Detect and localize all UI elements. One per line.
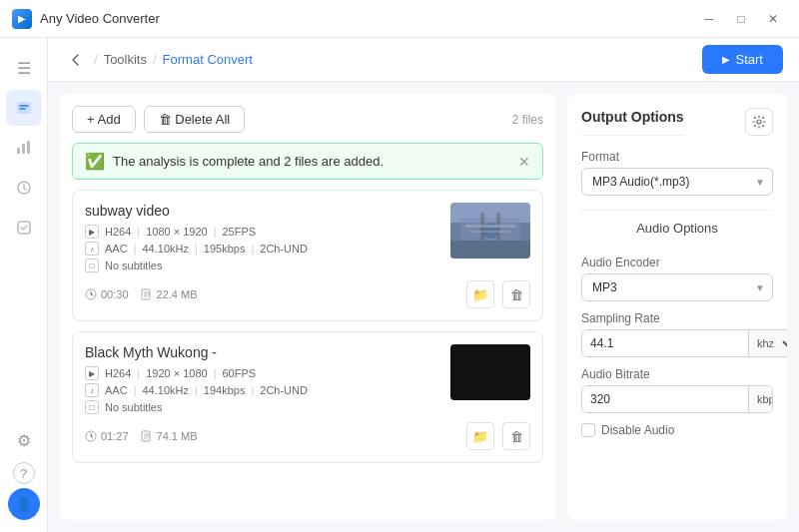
svg-rect-2	[22, 144, 25, 154]
video-icon-2: ▶	[85, 366, 99, 380]
alert-close-button[interactable]: ✕	[518, 154, 530, 170]
main-layout: ☰ ⚙ ?	[0, 38, 799, 532]
breadcrumb: / Toolkits / Format Convert	[64, 48, 253, 72]
format-select[interactable]: MP3 Audio(*.mp3)	[581, 168, 773, 196]
back-button[interactable]	[64, 48, 88, 72]
output-settings-icon	[752, 115, 766, 129]
codec-2: H264	[105, 367, 131, 379]
file-header-2: Black Myth Wukong - ▶ H264 | 1920 × 1080…	[85, 344, 530, 414]
bitrate-unit-select[interactable]: kbps	[748, 386, 773, 412]
file-folder-button-1[interactable]: 📁	[466, 280, 494, 308]
bitrate-input-group: kbps	[581, 385, 773, 413]
disable-audio-checkbox[interactable]	[581, 423, 595, 437]
size-1: 22.4 MB	[157, 288, 198, 300]
encoder-label: Audio Encoder	[581, 256, 773, 269]
svg-rect-11	[450, 241, 530, 259]
file-stats-2: 01:27 74.1 MB	[85, 430, 198, 442]
file-delete-button-1[interactable]: 🗑	[502, 280, 530, 308]
output-title-row: Output Options	[581, 108, 773, 136]
audio-options: Audio Encoder MP3 ▼ Sampling Rate	[581, 256, 773, 437]
video-meta-2: ▶ H264 | 1920 × 1080 | 60FPS	[85, 366, 440, 380]
file-actions-2: 📁 🗑	[466, 422, 530, 450]
sampling-input[interactable]	[582, 330, 748, 356]
encoder-field: Audio Encoder MP3 ▼	[581, 256, 773, 301]
subtitles-2: No subtitles	[105, 401, 162, 413]
sidebar-analytics-icon[interactable]	[6, 130, 42, 166]
subtitle-meta-2: □ No subtitles	[85, 400, 440, 414]
duration-stat-1: 00:30	[85, 288, 129, 300]
file-folder-button-2[interactable]: 📁	[466, 422, 494, 450]
sampling-channels-row: Sampling Rate khz Channels	[581, 311, 773, 357]
sidebar-convert-icon[interactable]	[6, 90, 42, 126]
duration-2: 01:27	[101, 430, 129, 442]
format-field: Format MP3 Audio(*.mp3) ▼	[581, 150, 773, 196]
breadcrumb-format-convert[interactable]: Format Convert	[163, 52, 253, 67]
sidebar-tasks-icon[interactable]	[6, 210, 42, 246]
bitrate-label: Audio Bitrate	[581, 367, 773, 381]
success-alert: ✅ The analysis is complete and 2 files a…	[72, 143, 543, 180]
file-footer-1: 00:30 22.4 MB 📁 🗑	[85, 280, 530, 308]
breadcrumb-toolkits[interactable]: Toolkits	[104, 52, 147, 67]
titlebar-left: ▶ Any Video Converter	[12, 9, 160, 29]
bitrate-input[interactable]	[582, 386, 748, 412]
file-item: subway video ▶ H264 | 1080 × 1920 | 25FP…	[72, 190, 543, 321]
delete-all-button[interactable]: 🗑 Delete All	[144, 106, 246, 133]
format-label: Format	[581, 150, 773, 164]
minimize-button[interactable]: ─	[695, 9, 723, 29]
maximize-button[interactable]: □	[727, 9, 755, 29]
format-select-wrapper: MP3 Audio(*.mp3) ▼	[581, 168, 773, 196]
audio-bitrate-1: 195kbps	[204, 243, 246, 255]
titlebar: ▶ Any Video Converter ─ □ ✕	[0, 0, 799, 38]
sidebar: ☰ ⚙ ?	[0, 38, 48, 532]
svg-point-19	[757, 120, 761, 124]
thumb-black-bg	[450, 344, 530, 400]
audio-bitrate-2: 194kbps	[204, 384, 246, 396]
file-footer-2: 01:27 74.1 MB 📁 🗑	[85, 422, 530, 450]
encoder-select[interactable]: MP3	[581, 273, 773, 301]
titlebar-controls: ─ □ ✕	[695, 9, 787, 29]
sidebar-history-icon[interactable]	[6, 170, 42, 206]
size-2: 74.1 MB	[157, 430, 198, 442]
start-button[interactable]: ▶ Start	[702, 45, 783, 74]
file-actions-1: 📁 🗑	[466, 280, 530, 308]
sidebar-menu-icon[interactable]: ☰	[6, 50, 42, 86]
file-meta-2: ▶ H264 | 1920 × 1080 | 60FPS ♪	[85, 366, 440, 414]
sampling-input-group: khz	[581, 329, 787, 357]
sidebar-help-icon[interactable]: ?	[13, 462, 35, 484]
topnav: / Toolkits / Format Convert ▶ Start	[48, 38, 799, 82]
disable-audio-label: Disable Audio	[601, 423, 674, 437]
size-stat-1: 22.4 MB	[141, 288, 198, 300]
sampling-field: Sampling Rate khz	[581, 311, 787, 357]
audio-meta-2: ♪ AAC | 44.10kHz | 194kbps | 2Ch-UND	[85, 383, 440, 397]
file-icon-2	[141, 430, 153, 442]
output-panel-title: Output Options	[581, 109, 684, 136]
close-button[interactable]: ✕	[759, 9, 787, 29]
app-title: Any Video Converter	[40, 11, 160, 26]
output-settings-button[interactable]	[745, 108, 773, 136]
clock-icon-1	[85, 288, 97, 300]
audio-meta-1: ♪ AAC | 44.10kHz | 195kbps | 2Ch-UND	[85, 242, 440, 256]
alert-message: The analysis is complete and 2 files are…	[113, 154, 384, 169]
add-label: + Add	[87, 112, 121, 127]
file-delete-button-2[interactable]: 🗑	[502, 422, 530, 450]
breadcrumb-separator-1: /	[94, 52, 98, 67]
app-icon: ▶	[12, 9, 32, 29]
file-meta-1: ▶ H264 | 1080 × 1920 | 25FPS ♪	[85, 225, 440, 272]
sample-rate-2: 44.10kHz	[142, 384, 188, 396]
sidebar-avatar[interactable]: 👤	[8, 488, 40, 520]
sidebar-settings-icon[interactable]: ⚙	[6, 422, 42, 458]
svg-rect-13	[465, 225, 515, 228]
svg-rect-3	[27, 141, 30, 154]
video-meta-1: ▶ H264 | 1080 × 1920 | 25FPS	[85, 225, 440, 239]
sampling-label: Sampling Rate	[581, 311, 787, 325]
video-icon-1: ▶	[85, 225, 99, 239]
audio-section-divider: Audio Options	[581, 210, 773, 242]
sampling-unit-select[interactable]: khz	[748, 330, 787, 356]
add-button[interactable]: + Add	[72, 106, 136, 133]
encoder-select-wrapper: MP3 ▼	[581, 273, 773, 301]
svg-rect-0	[17, 102, 31, 114]
size-stat-2: 74.1 MB	[141, 430, 198, 442]
sidebar-bottom: ⚙ ? 👤	[6, 422, 42, 520]
audio-codec-2: AAC	[105, 384, 128, 396]
file-icon-1	[141, 288, 153, 300]
